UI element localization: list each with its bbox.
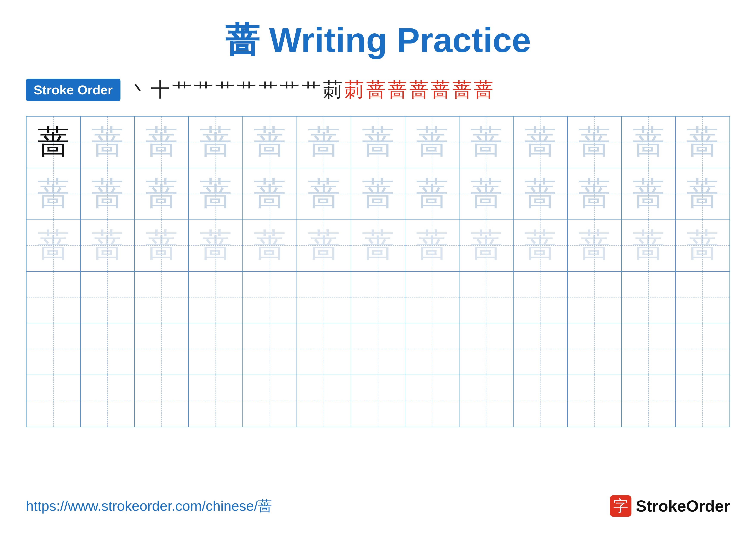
grid-cell-5-7: [405, 375, 459, 427]
stroke-sequence: 丶十艹艹艹艹艹艹艹莿莿蔷蔷蔷蔷蔷蔷: [129, 77, 730, 103]
practice-char: 蔷: [308, 120, 340, 164]
grid-cell-0-2: 蔷: [135, 116, 189, 168]
grid-cell-2-4: 蔷: [243, 220, 297, 272]
practice-char: 蔷: [254, 224, 286, 267]
grid-cell-5-11: [622, 375, 676, 427]
grid-cell-3-12: [676, 272, 729, 323]
practice-char: 蔷: [416, 224, 448, 267]
grid-cell-4-5: [297, 323, 351, 375]
grid-cell-1-7: 蔷: [405, 168, 459, 220]
grid-cell-1-6: 蔷: [351, 168, 405, 220]
practice-char: 蔷: [146, 120, 178, 164]
grid-row-0: 蔷蔷蔷蔷蔷蔷蔷蔷蔷蔷蔷蔷蔷: [27, 116, 729, 168]
grid-cell-5-0: [27, 375, 81, 427]
grid-row-3: [27, 272, 729, 323]
grid-cell-0-7: 蔷: [405, 116, 459, 168]
practice-char: 蔷: [308, 172, 340, 216]
page-title: 蔷 Writing Practice: [225, 17, 531, 64]
footer-url[interactable]: https://www.strokeorder.com/chinese/蔷: [26, 496, 272, 516]
grid-cell-1-4: 蔷: [243, 168, 297, 220]
grid-cell-2-12: 蔷: [676, 220, 729, 272]
stroke-step-10: 莿: [345, 77, 364, 103]
grid-cell-5-1: [81, 375, 135, 427]
stroke-step-9: 莿: [323, 77, 342, 103]
stroke-step-0: 丶: [129, 77, 148, 103]
grid-cell-1-3: 蔷: [189, 168, 243, 220]
grid-cell-4-8: [459, 323, 514, 375]
practice-char: 蔷: [687, 224, 719, 267]
grid-cell-3-4: [243, 272, 297, 323]
grid-cell-0-0: 蔷: [27, 116, 81, 168]
practice-char: 蔷: [416, 120, 448, 164]
grid-cell-2-9: 蔷: [514, 220, 568, 272]
stroke-step-5: 艹: [237, 77, 256, 103]
practice-char: 蔷: [632, 120, 664, 164]
practice-char: 蔷: [37, 172, 69, 216]
practice-char: 蔷: [200, 224, 232, 267]
stroke-order-badge: Stroke Order: [26, 79, 121, 101]
grid-cell-0-6: 蔷: [351, 116, 405, 168]
grid-cell-4-11: [622, 323, 676, 375]
practice-char: 蔷: [687, 172, 719, 216]
grid-cell-4-10: [568, 323, 622, 375]
grid-cell-2-10: 蔷: [568, 220, 622, 272]
practice-char: 蔷: [200, 120, 232, 164]
practice-char: 蔷: [578, 120, 610, 164]
grid-cell-1-11: 蔷: [622, 168, 676, 220]
grid-cell-5-3: [189, 375, 243, 427]
grid-cell-3-5: [297, 272, 351, 323]
practice-char: 蔷: [37, 120, 69, 164]
grid-cell-3-11: [622, 272, 676, 323]
grid-cell-5-6: [351, 375, 405, 427]
grid-cell-2-8: 蔷: [459, 220, 514, 272]
practice-char: 蔷: [416, 172, 448, 216]
practice-char: 蔷: [362, 172, 394, 216]
grid-cell-0-11: 蔷: [622, 116, 676, 168]
stroke-step-14: 蔷: [431, 77, 450, 103]
grid-cell-4-6: [351, 323, 405, 375]
stroke-step-3: 艹: [194, 77, 213, 103]
practice-char: 蔷: [146, 172, 178, 216]
grid-cell-1-9: 蔷: [514, 168, 568, 220]
practice-char: 蔷: [362, 224, 394, 267]
grid-row-2: 蔷蔷蔷蔷蔷蔷蔷蔷蔷蔷蔷蔷蔷: [27, 220, 729, 272]
practice-char: 蔷: [470, 120, 502, 164]
grid-cell-1-1: 蔷: [81, 168, 135, 220]
grid-cell-3-9: [514, 272, 568, 323]
practice-char: 蔷: [254, 120, 286, 164]
grid-cell-4-4: [243, 323, 297, 375]
grid-cell-2-6: 蔷: [351, 220, 405, 272]
practice-char: 蔷: [308, 224, 340, 267]
grid-row-5: [27, 375, 729, 427]
grid-cell-5-2: [135, 375, 189, 427]
grid-cell-2-0: 蔷: [27, 220, 81, 272]
grid-cell-3-6: [351, 272, 405, 323]
grid-cell-3-8: [459, 272, 514, 323]
stroke-step-13: 蔷: [409, 77, 429, 103]
grid-cell-5-12: [676, 375, 729, 427]
footer-logo-text: StrokeOrder: [636, 497, 730, 515]
practice-char: 蔷: [470, 172, 502, 216]
grid-cell-1-8: 蔷: [459, 168, 514, 220]
stroke-step-12: 蔷: [388, 77, 407, 103]
grid-row-1: 蔷蔷蔷蔷蔷蔷蔷蔷蔷蔷蔷蔷蔷: [27, 168, 729, 220]
grid-cell-3-7: [405, 272, 459, 323]
grid-cell-1-0: 蔷: [27, 168, 81, 220]
grid-cell-0-3: 蔷: [189, 116, 243, 168]
practice-char: 蔷: [578, 172, 610, 216]
grid-cell-1-12: 蔷: [676, 168, 729, 220]
grid-cell-4-12: [676, 323, 729, 375]
practice-char: 蔷: [254, 172, 286, 216]
grid-cell-0-8: 蔷: [459, 116, 514, 168]
grid-cell-3-1: [81, 272, 135, 323]
practice-char: 蔷: [92, 120, 124, 164]
grid-cell-5-9: [514, 375, 568, 427]
stroke-step-11: 蔷: [366, 77, 386, 103]
grid-cell-1-2: 蔷: [135, 168, 189, 220]
grid-cell-3-0: [27, 272, 81, 323]
stroke-order-row: Stroke Order 丶十艹艹艹艹艹艹艹莿莿蔷蔷蔷蔷蔷蔷: [26, 77, 730, 103]
grid-cell-3-10: [568, 272, 622, 323]
practice-char: 蔷: [687, 120, 719, 164]
grid-cell-3-3: [189, 272, 243, 323]
practice-char: 蔷: [524, 224, 556, 267]
